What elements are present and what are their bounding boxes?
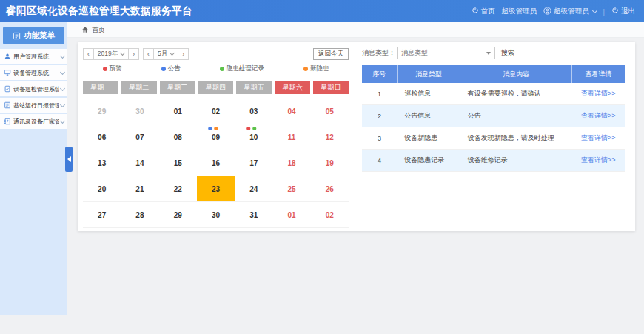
weekday-header[interactable]: 星期五 <box>236 81 272 94</box>
breadcrumb: 首页 <box>67 22 644 38</box>
calendar-day-cell[interactable]: 05 <box>311 98 349 124</box>
report-icon <box>4 101 11 109</box>
day-number: 24 <box>249 185 258 193</box>
device-icon <box>4 69 11 76</box>
calendar-day-cell[interactable]: 12 <box>311 124 349 150</box>
sidebar-collapse-handle[interactable] <box>65 147 73 172</box>
calendar-day-cell[interactable]: 09 <box>197 124 235 150</box>
calendar-day-cell[interactable]: 30 <box>197 202 235 228</box>
calendar-day-cell[interactable]: 04 <box>272 98 310 124</box>
calendar-day-cell[interactable]: 28 <box>121 202 158 228</box>
calendar-day-cell[interactable]: 16 <box>197 150 235 176</box>
weekday-header[interactable]: 星期六 <box>275 81 310 94</box>
nav-home[interactable]: 首页 <box>472 7 495 16</box>
breadcrumb-home[interactable]: 首页 <box>92 25 105 35</box>
message-type-select-value: 消息类型 <box>401 48 428 58</box>
messages-table: 序号消息类型消息内容查看详情 1巡检信息有设备需要巡检，请确认查看详情>>2公告… <box>362 65 625 172</box>
prev-month-button[interactable]: ‹ <box>143 48 154 60</box>
day-number: 17 <box>249 159 258 167</box>
table-header-cell: 消息内容 <box>460 65 572 83</box>
calendar-day-cell[interactable]: 23 <box>197 176 235 202</box>
event-dots <box>209 127 218 130</box>
sidebar-item-5[interactable]: 通讯录设备厂家管理 <box>0 114 67 129</box>
calendar-day-cell[interactable]: 20 <box>83 176 121 202</box>
month-select[interactable]: 5月 <box>153 48 178 60</box>
chevron-down-icon <box>120 50 125 56</box>
day-number: 30 <box>212 211 220 219</box>
next-year-button[interactable]: › <box>128 48 139 60</box>
day-number: 20 <box>98 185 106 193</box>
day-number: 02 <box>212 107 220 116</box>
next-month-button[interactable]: › <box>178 48 189 60</box>
calendar-day-cell[interactable]: 17 <box>235 150 272 176</box>
calendar-day-cell[interactable]: 10 <box>235 124 272 150</box>
calendar-day-cell[interactable]: 30 <box>121 98 158 124</box>
calendar-day-cell[interactable]: 01 <box>272 202 310 228</box>
weekday-header[interactable]: 星期三 <box>160 81 195 94</box>
cell-view-details: 查看详情>> <box>572 150 625 172</box>
nav-admin-menu[interactable]: 超级管理员 <box>543 7 597 16</box>
sidebar-item-3[interactable]: 设备巡检管理系统 <box>0 81 67 96</box>
day-number: 04 <box>287 107 295 116</box>
chevron-down-icon <box>60 53 65 58</box>
calendar-day-cell[interactable]: 21 <box>121 176 158 202</box>
weekday-header[interactable]: 星期一 <box>83 81 118 94</box>
day-number: 03 <box>249 107 258 116</box>
sidebar-item-label: 基站运行日报管理 <box>13 101 59 110</box>
calendar-day-cell[interactable]: 13 <box>83 150 121 176</box>
weekday-header[interactable]: 星期二 <box>121 81 157 94</box>
calendar-day-cell[interactable]: 27 <box>83 202 121 228</box>
weekday-header[interactable]: 星期日 <box>313 81 349 94</box>
sidebar-item-1[interactable]: 用户管理系统 <box>0 49 67 64</box>
search-button[interactable]: 搜索 <box>501 48 514 58</box>
calendar-day-cell[interactable]: 29 <box>159 202 197 228</box>
calendar-day-cell[interactable]: 02 <box>311 202 349 228</box>
calendar-day-cell[interactable]: 15 <box>159 150 197 176</box>
chevron-down-icon <box>60 85 65 90</box>
calendar-day-cell[interactable]: 03 <box>235 98 272 124</box>
nav-admin[interactable]: 超级管理员 <box>502 7 537 16</box>
calendar-day-cell[interactable]: 24 <box>235 176 272 202</box>
calendar-day-cell[interactable]: 06 <box>83 124 121 150</box>
back-to-today-button[interactable]: 返回今天 <box>313 48 349 60</box>
nav-admin-label: 超级管理员 <box>502 7 537 16</box>
calendar-day-cell[interactable]: 25 <box>272 176 310 202</box>
calendar-day-cell[interactable]: 01 <box>159 98 197 124</box>
cell-index: 2 <box>362 105 397 127</box>
view-details-link[interactable]: 查看详情>> <box>581 90 616 97</box>
calendar-day-cell[interactable]: 26 <box>311 176 349 202</box>
calendar-day-cell[interactable]: 14 <box>121 150 158 176</box>
calendar-day-cell[interactable]: 02 <box>197 98 235 124</box>
message-type-select[interactable]: 消息类型 <box>397 47 495 59</box>
calendar-day-cell[interactable]: 18 <box>272 150 310 176</box>
nav-logout[interactable]: 退出 <box>611 7 635 16</box>
month-selector: ‹ 5月 › <box>143 48 188 60</box>
event-dot-icon <box>246 127 250 130</box>
weekday-header[interactable]: 星期四 <box>198 81 234 94</box>
legend-label: 公告 <box>168 64 181 73</box>
inspection-icon <box>4 85 11 93</box>
view-details-link[interactable]: 查看详情>> <box>581 156 616 164</box>
calendar-day-cell[interactable]: 07 <box>121 124 158 150</box>
message-filter-row: 消息类型： 消息类型 搜索 <box>362 47 625 59</box>
sidebar-item-4[interactable]: 基站运行日报管理 <box>0 98 67 113</box>
day-number: 01 <box>174 107 182 116</box>
cell-message-type: 设备隐患记录 <box>397 150 460 172</box>
calendar-day-cell[interactable]: 08 <box>159 124 197 150</box>
sidebar-item-2[interactable]: 设备管理系统 <box>0 65 67 80</box>
day-number: 26 <box>326 185 334 193</box>
calendar-day-cell[interactable]: 31 <box>235 202 272 228</box>
calendar-day-cell[interactable]: 29 <box>83 98 121 124</box>
view-details-link[interactable]: 查看详情>> <box>581 134 616 141</box>
prev-year-button[interactable]: ‹ <box>83 48 94 60</box>
calendar-day-cell[interactable]: 11 <box>272 124 310 150</box>
calendar-day-cell[interactable]: 22 <box>159 176 197 202</box>
day-number: 15 <box>174 159 182 167</box>
calendar-day-cell[interactable]: 19 <box>311 150 349 176</box>
chevron-down-icon <box>591 7 597 13</box>
view-details-link[interactable]: 查看详情>> <box>581 112 616 119</box>
day-number: 27 <box>98 211 106 219</box>
table-row: 4设备隐患记录设备维修记录查看详情>> <box>362 150 625 172</box>
year-select[interactable]: 2019年 <box>93 48 129 60</box>
year-value: 2019年 <box>98 50 118 59</box>
